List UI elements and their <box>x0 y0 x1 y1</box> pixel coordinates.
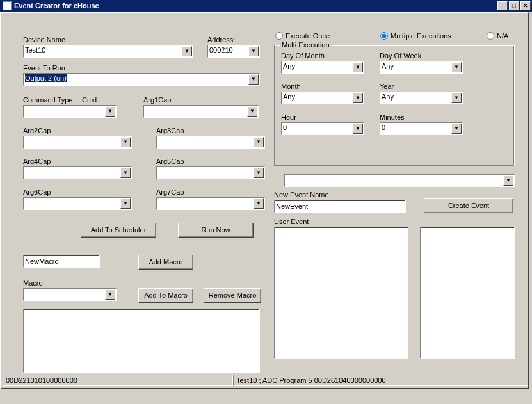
minutes-label: Minutes <box>380 113 405 121</box>
device-name-select[interactable]: Test10▼ <box>23 45 193 58</box>
arg4-label: Arg4Cap <box>23 158 51 165</box>
new-macro-input[interactable] <box>23 255 100 268</box>
event-combo[interactable]: ▼ <box>284 174 515 187</box>
command-type-select[interactable]: ▼ <box>23 105 117 118</box>
chevron-down-icon: ▼ <box>120 168 131 178</box>
arg7-label: Arg7Cap <box>156 188 184 196</box>
run-now-button[interactable]: Run Now <box>178 223 254 238</box>
create-event-button[interactable]: Create Event <box>424 198 513 213</box>
chevron-down-icon: ▼ <box>451 124 462 134</box>
new-event-name-input[interactable] <box>274 200 406 213</box>
secondary-listbox[interactable] <box>420 227 515 359</box>
window-title: Event Creator for eHouse <box>14 2 99 10</box>
chevron-down-icon: ▼ <box>105 289 115 300</box>
chevron-down-icon: ▼ <box>247 106 257 117</box>
na-label: N/A <box>497 32 508 40</box>
arg1-label: Arg1Cap <box>143 96 171 104</box>
add-macro-button[interactable]: Add Macro <box>138 255 193 270</box>
chevron-down-icon: ▼ <box>353 124 363 134</box>
arg2-label: Arg2Cap <box>23 127 51 134</box>
close-button[interactable]: ✕ <box>520 1 531 10</box>
macro-listbox[interactable] <box>23 309 260 373</box>
day-of-month-select[interactable]: Any▼ <box>281 61 364 74</box>
add-to-macro-button[interactable]: Add To Macro <box>138 288 193 303</box>
add-to-scheduler-button[interactable]: Add To Scheduler <box>81 223 156 238</box>
chevron-down-icon: ▼ <box>254 168 264 178</box>
hour-select[interactable]: 0▼ <box>281 122 364 135</box>
status-pane-2: Test10 ; ADC Program 5 00D26104000000000… <box>233 375 528 386</box>
user-event-label: User Event <box>274 218 309 225</box>
macro-select[interactable]: ▼ <box>23 288 117 301</box>
day-of-week-select[interactable]: Any▼ <box>380 61 463 74</box>
arg4-select[interactable]: ▼ <box>23 166 132 179</box>
month-select[interactable]: Any▼ <box>281 92 364 104</box>
user-event-listbox[interactable] <box>274 227 408 359</box>
minutes-select[interactable]: 0▼ <box>380 122 463 135</box>
year-select[interactable]: Any▼ <box>380 92 463 104</box>
chevron-down-icon: ▼ <box>254 137 264 147</box>
title-bar: Event Creator for eHouse _ □ ✕ <box>0 0 532 12</box>
hour-label: Hour <box>281 113 296 121</box>
multi-execution-group: Multi Execution Day Of Month Any▼ Day Of… <box>274 45 515 166</box>
multiple-executions-label: Multiple Executions <box>391 32 451 40</box>
event-to-run-label: Event To Run <box>23 64 65 72</box>
app-icon <box>3 1 12 10</box>
chevron-down-icon: ▼ <box>451 62 462 72</box>
day-of-week-label: Day Of Week <box>380 52 421 60</box>
chevron-down-icon: ▼ <box>182 46 192 56</box>
chevron-down-icon: ▼ <box>248 74 259 85</box>
chevron-down-icon: ▼ <box>353 62 363 72</box>
year-label: Year <box>380 83 394 90</box>
arg5-select[interactable]: ▼ <box>156 166 265 179</box>
chevron-down-icon: ▼ <box>451 93 462 103</box>
device-name-label: Device Name <box>23 36 65 44</box>
chevron-down-icon: ▼ <box>120 137 131 147</box>
day-of-month-label: Day Of Month <box>281 52 325 60</box>
remove-macro-button[interactable]: Remove Macro <box>204 288 261 303</box>
command-type-label: Command Type <box>23 96 72 104</box>
chevron-down-icon: ▼ <box>120 198 131 209</box>
arg3-select[interactable]: ▼ <box>156 136 265 149</box>
new-event-name-label: New Event Name <box>274 191 329 198</box>
multi-execution-legend: Multi Execution <box>280 41 332 49</box>
chevron-down-icon: ▼ <box>105 106 115 117</box>
arg2-select[interactable]: ▼ <box>23 136 132 149</box>
address-select[interactable]: 000210▼ <box>207 45 260 58</box>
arg5-label: Arg5Cap <box>156 158 184 165</box>
address-label: Address: <box>207 36 235 44</box>
chevron-down-icon: ▼ <box>503 175 513 186</box>
arg3-label: Arg3Cap <box>156 127 184 134</box>
client-area: Device Name Test10▼ Address: 000210▼ Eve… <box>0 12 529 389</box>
status-bar: 00D221010100000000 Test10 ; ADC Program … <box>3 375 528 387</box>
chevron-down-icon: ▼ <box>254 198 264 209</box>
na-radio[interactable]: N/A <box>487 32 508 40</box>
cmd-label: Cmd <box>82 96 97 104</box>
chevron-down-icon: ▼ <box>248 46 259 56</box>
arg7-select[interactable]: ▼ <box>156 197 265 210</box>
macro-label: Macro <box>23 279 43 287</box>
status-pane-1: 00D221010100000000 <box>3 375 233 386</box>
arg6-label: Arg6Cap <box>23 188 51 196</box>
execute-once-label: Execute Once <box>286 32 330 40</box>
multiple-executions-radio[interactable]: Multiple Executions <box>380 32 451 40</box>
chevron-down-icon: ▼ <box>353 93 363 103</box>
maximize-button[interactable]: □ <box>509 1 519 10</box>
minimize-button[interactable]: _ <box>497 1 508 10</box>
month-label: Month <box>281 83 301 90</box>
arg1-select[interactable]: ▼ <box>143 105 259 118</box>
arg6-select[interactable]: ▼ <box>23 197 132 210</box>
execute-once-radio[interactable]: Execute Once <box>275 32 330 40</box>
event-to-run-select[interactable]: Output 2 (on)▼ <box>23 73 260 86</box>
